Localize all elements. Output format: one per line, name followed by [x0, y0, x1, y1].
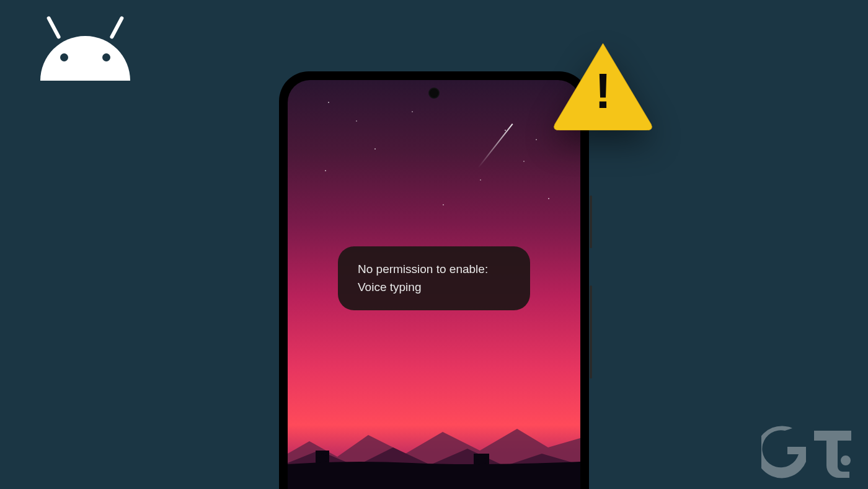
phone-camera-cutout [428, 87, 440, 99]
phone-screen: No permission to enable: Voice typing [288, 80, 580, 489]
android-antenna [46, 16, 61, 39]
ground-edge [288, 457, 580, 469]
warning-triangle-icon: ! [552, 40, 654, 130]
ground-foreground [288, 469, 580, 489]
phone-volume-button [590, 285, 592, 379]
android-head [40, 36, 130, 81]
warning-exclamation: ! [595, 63, 611, 120]
android-logo-icon [34, 19, 136, 81]
wallpaper-mountains [288, 385, 580, 489]
phone-device-mockup: No permission to enable: Voice typing [279, 71, 589, 489]
android-eye [60, 53, 68, 61]
toast-line-1: No permission to enable: [358, 262, 488, 276]
gt-watermark-logo [761, 423, 854, 482]
cactus-icon [316, 451, 329, 469]
toast-line-2: Voice typing [358, 280, 421, 294]
android-antenna [109, 16, 124, 39]
phone-power-button [590, 195, 592, 248]
toast-message: No permission to enable: Voice typing [358, 260, 510, 297]
cactus-icon [474, 454, 489, 469]
toast-notification: No permission to enable: Voice typing [338, 246, 530, 310]
android-eye [102, 53, 110, 61]
